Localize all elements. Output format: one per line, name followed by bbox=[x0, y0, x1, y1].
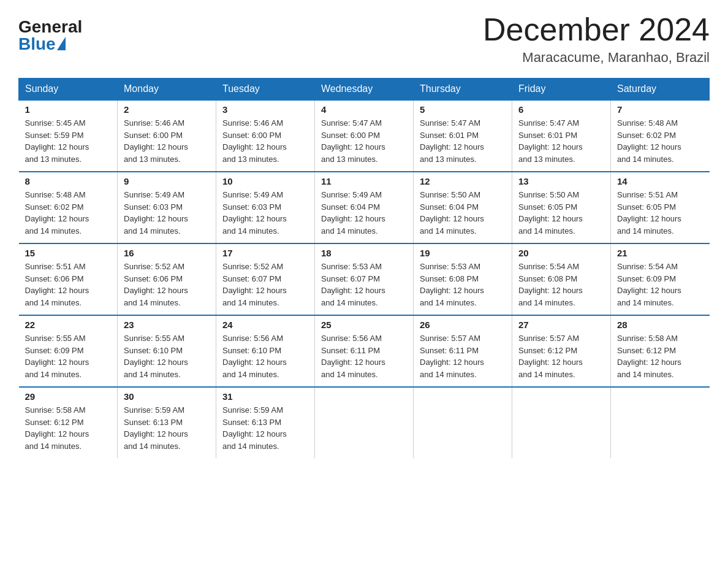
day-info: Sunrise: 5:52 AMSunset: 6:06 PMDaylight:… bbox=[124, 261, 210, 308]
day-number: 1 bbox=[25, 104, 112, 115]
logo: General Blue bbox=[18, 12, 82, 53]
calendar-header-thursday: Thursday bbox=[414, 79, 512, 101]
calendar-cell: 2 Sunrise: 5:46 AMSunset: 6:00 PMDayligh… bbox=[118, 100, 216, 172]
calendar-header-saturday: Saturday bbox=[611, 79, 710, 101]
calendar-cell bbox=[315, 387, 414, 458]
day-number: 13 bbox=[518, 176, 604, 186]
calendar-cell bbox=[512, 387, 611, 458]
day-info: Sunrise: 5:54 AMSunset: 6:09 PMDaylight:… bbox=[617, 261, 703, 308]
calendar-header-sunday: Sunday bbox=[19, 79, 118, 101]
calendar-cell: 8 Sunrise: 5:48 AMSunset: 6:02 PMDayligh… bbox=[19, 172, 118, 243]
day-info: Sunrise: 5:58 AMSunset: 6:12 PMDaylight:… bbox=[617, 332, 703, 380]
day-info: Sunrise: 5:49 AMSunset: 6:03 PMDaylight:… bbox=[222, 189, 308, 237]
calendar-cell: 5 Sunrise: 5:47 AMSunset: 6:01 PMDayligh… bbox=[414, 100, 512, 172]
calendar-cell: 16 Sunrise: 5:52 AMSunset: 6:06 PMDaylig… bbox=[118, 243, 216, 315]
logo-triangle-icon bbox=[57, 37, 66, 50]
calendar-cell: 24 Sunrise: 5:56 AMSunset: 6:10 PMDaylig… bbox=[216, 315, 315, 387]
calendar-week-row: 22 Sunrise: 5:55 AMSunset: 6:09 PMDaylig… bbox=[19, 315, 710, 387]
day-number: 28 bbox=[617, 320, 703, 330]
day-info: Sunrise: 5:56 AMSunset: 6:10 PMDaylight:… bbox=[222, 332, 308, 380]
day-info: Sunrise: 5:57 AMSunset: 6:12 PMDaylight:… bbox=[518, 332, 604, 380]
logo-blue-text: Blue bbox=[18, 36, 66, 53]
calendar-cell: 28 Sunrise: 5:58 AMSunset: 6:12 PMDaylig… bbox=[611, 315, 710, 387]
calendar-cell: 25 Sunrise: 5:56 AMSunset: 6:11 PMDaylig… bbox=[315, 315, 414, 387]
calendar-header-tuesday: Tuesday bbox=[216, 79, 315, 101]
calendar-cell: 1 Sunrise: 5:45 AMSunset: 5:59 PMDayligh… bbox=[19, 100, 118, 172]
calendar-cell: 15 Sunrise: 5:51 AMSunset: 6:06 PMDaylig… bbox=[19, 243, 118, 315]
day-info: Sunrise: 5:50 AMSunset: 6:05 PMDaylight:… bbox=[518, 189, 604, 237]
calendar-cell: 13 Sunrise: 5:50 AMSunset: 6:05 PMDaylig… bbox=[512, 172, 611, 243]
calendar-cell: 10 Sunrise: 5:49 AMSunset: 6:03 PMDaylig… bbox=[216, 172, 315, 243]
day-number: 7 bbox=[617, 104, 703, 115]
day-number: 27 bbox=[518, 320, 604, 330]
day-info: Sunrise: 5:52 AMSunset: 6:07 PMDaylight:… bbox=[222, 261, 308, 308]
day-number: 25 bbox=[321, 320, 407, 330]
day-info: Sunrise: 5:49 AMSunset: 6:03 PMDaylight:… bbox=[124, 189, 210, 237]
calendar-cell bbox=[414, 387, 512, 458]
calendar-cell: 11 Sunrise: 5:49 AMSunset: 6:04 PMDaylig… bbox=[315, 172, 414, 243]
page-header: General Blue December 2024 Maracacume, M… bbox=[18, 12, 710, 66]
day-info: Sunrise: 5:49 AMSunset: 6:04 PMDaylight:… bbox=[321, 189, 407, 237]
calendar-cell: 18 Sunrise: 5:53 AMSunset: 6:07 PMDaylig… bbox=[315, 243, 414, 315]
day-info: Sunrise: 5:55 AMSunset: 6:09 PMDaylight:… bbox=[25, 332, 112, 380]
day-info: Sunrise: 5:47 AMSunset: 6:01 PMDaylight:… bbox=[420, 117, 506, 165]
day-number: 11 bbox=[321, 176, 407, 186]
day-number: 29 bbox=[25, 391, 112, 402]
calendar-cell: 29 Sunrise: 5:58 AMSunset: 6:12 PMDaylig… bbox=[19, 387, 118, 458]
location-text: Maracacume, Maranhao, Brazil bbox=[483, 50, 710, 66]
day-number: 17 bbox=[222, 248, 308, 258]
day-number: 12 bbox=[420, 176, 506, 186]
calendar-cell: 26 Sunrise: 5:57 AMSunset: 6:11 PMDaylig… bbox=[414, 315, 512, 387]
day-info: Sunrise: 5:59 AMSunset: 6:13 PMDaylight:… bbox=[222, 404, 308, 452]
day-info: Sunrise: 5:56 AMSunset: 6:11 PMDaylight:… bbox=[321, 332, 407, 380]
calendar-cell: 30 Sunrise: 5:59 AMSunset: 6:13 PMDaylig… bbox=[118, 387, 216, 458]
calendar-cell bbox=[611, 387, 710, 458]
day-number: 14 bbox=[617, 176, 703, 186]
day-number: 31 bbox=[222, 391, 308, 402]
calendar-cell: 17 Sunrise: 5:52 AMSunset: 6:07 PMDaylig… bbox=[216, 243, 315, 315]
day-number: 21 bbox=[617, 248, 703, 258]
calendar-cell: 12 Sunrise: 5:50 AMSunset: 6:04 PMDaylig… bbox=[414, 172, 512, 243]
calendar-week-row: 1 Sunrise: 5:45 AMSunset: 5:59 PMDayligh… bbox=[19, 100, 710, 172]
day-number: 24 bbox=[222, 320, 308, 330]
day-info: Sunrise: 5:46 AMSunset: 6:00 PMDaylight:… bbox=[124, 117, 210, 165]
day-number: 19 bbox=[420, 248, 506, 258]
day-info: Sunrise: 5:47 AMSunset: 6:01 PMDaylight:… bbox=[518, 117, 604, 165]
day-info: Sunrise: 5:51 AMSunset: 6:06 PMDaylight:… bbox=[25, 261, 112, 308]
calendar-week-row: 15 Sunrise: 5:51 AMSunset: 6:06 PMDaylig… bbox=[19, 243, 710, 315]
day-info: Sunrise: 5:48 AMSunset: 6:02 PMDaylight:… bbox=[25, 189, 112, 237]
calendar-week-row: 29 Sunrise: 5:58 AMSunset: 6:12 PMDaylig… bbox=[19, 387, 710, 458]
day-number: 15 bbox=[25, 248, 112, 258]
day-number: 4 bbox=[321, 104, 407, 115]
day-number: 6 bbox=[518, 104, 604, 115]
day-info: Sunrise: 5:45 AMSunset: 5:59 PMDaylight:… bbox=[25, 117, 112, 165]
day-number: 8 bbox=[25, 176, 112, 186]
day-info: Sunrise: 5:55 AMSunset: 6:10 PMDaylight:… bbox=[124, 332, 210, 380]
calendar-cell: 27 Sunrise: 5:57 AMSunset: 6:12 PMDaylig… bbox=[512, 315, 611, 387]
day-number: 23 bbox=[124, 320, 210, 330]
calendar-cell: 22 Sunrise: 5:55 AMSunset: 6:09 PMDaylig… bbox=[19, 315, 118, 387]
calendar-header-row: SundayMondayTuesdayWednesdayThursdayFrid… bbox=[19, 79, 710, 101]
day-info: Sunrise: 5:48 AMSunset: 6:02 PMDaylight:… bbox=[617, 117, 703, 165]
calendar-cell: 20 Sunrise: 5:54 AMSunset: 6:08 PMDaylig… bbox=[512, 243, 611, 315]
day-number: 20 bbox=[518, 248, 604, 258]
calendar-header-wednesday: Wednesday bbox=[315, 79, 414, 101]
day-info: Sunrise: 5:59 AMSunset: 6:13 PMDaylight:… bbox=[124, 404, 210, 452]
title-section: December 2024 Maracacume, Maranhao, Braz… bbox=[483, 12, 710, 66]
day-info: Sunrise: 5:46 AMSunset: 6:00 PMDaylight:… bbox=[222, 117, 308, 165]
day-number: 2 bbox=[124, 104, 210, 115]
day-number: 9 bbox=[124, 176, 210, 186]
calendar-cell: 19 Sunrise: 5:53 AMSunset: 6:08 PMDaylig… bbox=[414, 243, 512, 315]
day-number: 3 bbox=[222, 104, 308, 115]
calendar-cell: 31 Sunrise: 5:59 AMSunset: 6:13 PMDaylig… bbox=[216, 387, 315, 458]
day-number: 26 bbox=[420, 320, 506, 330]
calendar-header-friday: Friday bbox=[512, 79, 611, 101]
calendar-cell: 23 Sunrise: 5:55 AMSunset: 6:10 PMDaylig… bbox=[118, 315, 216, 387]
calendar-cell: 14 Sunrise: 5:51 AMSunset: 6:05 PMDaylig… bbox=[611, 172, 710, 243]
day-number: 18 bbox=[321, 248, 407, 258]
calendar-header-monday: Monday bbox=[118, 79, 216, 101]
calendar-cell: 6 Sunrise: 5:47 AMSunset: 6:01 PMDayligh… bbox=[512, 100, 611, 172]
calendar-cell: 7 Sunrise: 5:48 AMSunset: 6:02 PMDayligh… bbox=[611, 100, 710, 172]
day-number: 10 bbox=[222, 176, 308, 186]
day-info: Sunrise: 5:51 AMSunset: 6:05 PMDaylight:… bbox=[617, 189, 703, 237]
